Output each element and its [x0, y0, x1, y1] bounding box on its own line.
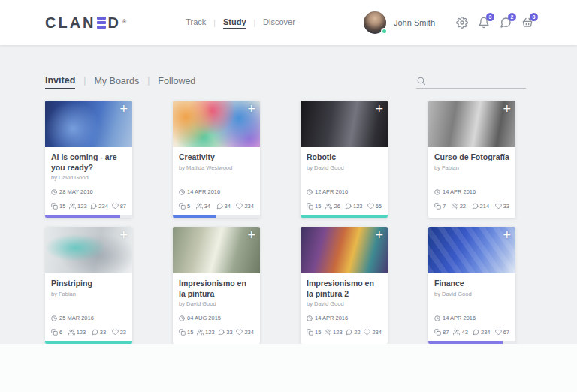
heart-icon [112, 329, 119, 336]
card-title: Finance [434, 279, 509, 289]
board-card[interactable]: + Pinstriping by Fabian 25 MAR 2016 6 12… [45, 227, 132, 344]
members-stat: 34 [196, 203, 210, 210]
board-card[interactable]: + AI is coming - are you ready? by David… [45, 101, 132, 218]
comments-count: 234 [481, 329, 491, 336]
likes-count: 67 [503, 329, 509, 336]
search-field[interactable] [416, 76, 526, 89]
members-count: 123 [333, 329, 343, 336]
card-title: Impresionismo en la pintura 2 [307, 279, 382, 299]
heart-icon [236, 203, 243, 210]
tab-separator: | [83, 75, 86, 89]
likes-stat: 87 [112, 203, 126, 210]
card-author: by Fabian [434, 164, 509, 171]
messages-badge: 2 [508, 13, 516, 21]
online-status-dot [381, 28, 388, 35]
heart-icon [364, 329, 370, 336]
board-card[interactable]: + Finance by David Good 14 APR 2016 87 4… [428, 227, 515, 344]
nav-item-track[interactable]: Track [186, 17, 206, 28]
card-body: AI is coming - are you ready? by David G… [45, 147, 132, 212]
card-date: 14 APR 2016 [434, 315, 509, 321]
card-date-text: 14 APR 2016 [315, 315, 348, 321]
tab-followed[interactable]: Followed [158, 76, 195, 89]
members-stat: 26 [325, 203, 340, 210]
card-date: 14 APR 2016 [307, 315, 382, 321]
gear-icon[interactable] [456, 17, 468, 29]
likes-stat: 234 [236, 203, 254, 210]
documents-count: 7 [443, 203, 446, 210]
comments-stat: 123 [345, 203, 363, 210]
registered-mark: ® [122, 19, 126, 24]
card-date-text: 14 APR 2016 [443, 315, 476, 321]
plus-icon[interactable]: + [247, 101, 255, 118]
card-stats: 7 22 214 33 [434, 200, 509, 212]
board-card[interactable]: + Curso de Fotografía by Fabian 14 APR 2… [428, 101, 515, 218]
card-author: by David Good [51, 174, 126, 181]
header-actions: 3 2 3 [456, 17, 533, 29]
members-icon [196, 203, 203, 210]
documents-stat: 15 [51, 203, 65, 210]
comments-icon [92, 329, 98, 336]
clock-icon [307, 189, 313, 195]
comments-stat: 214 [472, 203, 490, 210]
documents-icon [307, 329, 313, 336]
board-grid: + AI is coming - are you ready? by David… [0, 101, 577, 344]
avatar[interactable] [364, 11, 386, 34]
plus-icon[interactable]: + [119, 227, 128, 244]
bell-icon[interactable]: 3 [478, 17, 490, 29]
card-author: by David Good [307, 164, 382, 171]
plus-icon[interactable]: + [119, 101, 128, 118]
comments-icon [345, 203, 352, 210]
likes-count: 234 [244, 329, 254, 336]
documents-stat: 6 [51, 329, 62, 336]
comments-icon [216, 203, 223, 210]
chat-icon[interactable]: 2 [500, 17, 512, 29]
basket-icon[interactable]: 3 [521, 17, 533, 29]
likes-stat: 67 [495, 329, 509, 336]
plus-icon[interactable]: + [375, 101, 383, 118]
card-stats: 15 123 22 234 [307, 326, 382, 338]
members-count: 43 [461, 329, 467, 336]
card-body: Impresionismo en la pintura by David Goo… [173, 273, 260, 338]
board-card[interactable]: + Impresionismo en la pintura 2 by David… [301, 227, 388, 344]
card-stats: 87 43 234 67 [434, 326, 509, 338]
nav-item-discover[interactable]: Discover [263, 17, 295, 28]
likes-stat: 65 [367, 203, 382, 210]
documents-count: 87 [443, 329, 449, 336]
card-progress-fill [45, 215, 120, 218]
footer [0, 344, 577, 392]
tab-separator: | [147, 75, 150, 89]
comments-count: 33 [100, 329, 106, 336]
likes-count: 33 [503, 203, 509, 210]
clock-icon [179, 315, 185, 321]
plus-icon[interactable]: + [503, 227, 511, 244]
search-input[interactable] [430, 77, 526, 86]
board-card[interactable]: + Creativity by Matilda Westwood 14 APR … [173, 101, 260, 218]
plus-icon[interactable]: + [503, 101, 511, 118]
card-author: by David Good [434, 291, 509, 297]
nav-item-study[interactable]: Study [223, 17, 246, 29]
notifications-badge: 3 [486, 13, 494, 21]
comments-stat: 22 [346, 329, 360, 336]
board-card[interactable]: + Robotic by David Good 12 APR 2016 15 2… [301, 101, 388, 218]
card-title: Impresionismo en la pintura [179, 279, 254, 299]
search-icon [416, 76, 426, 86]
comments-stat: 33 [218, 329, 232, 336]
likes-stat: 33 [495, 203, 509, 210]
likes-count: 234 [372, 329, 382, 336]
documents-count: 15 [59, 203, 65, 210]
plus-icon[interactable]: + [247, 227, 255, 244]
tab-invited[interactable]: Invited [45, 75, 75, 89]
comments-icon [90, 203, 97, 210]
card-progress-fill [428, 215, 515, 218]
claned-logo[interactable]: CLAN D ® [45, 14, 126, 32]
card-date-text: 12 APR 2016 [315, 188, 348, 195]
members-count: 123 [77, 203, 87, 210]
board-card[interactable]: + Impresionismo en la pintura by David G… [173, 227, 260, 344]
members-count: 26 [334, 203, 340, 210]
plus-icon[interactable]: + [375, 227, 383, 244]
user-profile[interactable]: John Smith [364, 11, 435, 34]
documents-icon [179, 203, 186, 210]
comments-icon [346, 329, 352, 336]
tab-my-boards[interactable]: My Boards [94, 76, 139, 89]
card-date-text: 04 AUG 2015 [187, 315, 221, 321]
